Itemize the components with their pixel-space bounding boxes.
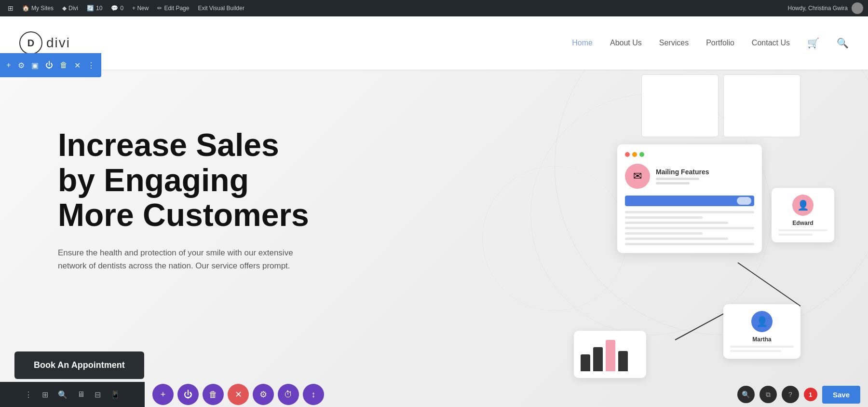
nav-home[interactable]: Home <box>572 39 593 47</box>
hero-heading-line1: Increase Sales <box>58 127 279 163</box>
delete-action-btn[interactable]: 🗑 <box>203 384 224 405</box>
bar-3 <box>606 340 615 371</box>
chart-card <box>574 331 646 378</box>
edward-icon: 👤 <box>797 199 809 211</box>
notification-badge[interactable]: 1 <box>804 388 817 401</box>
add-module-icon[interactable]: + <box>6 61 11 70</box>
settings-module-icon[interactable]: ⚙ <box>18 61 25 70</box>
card-content-lines <box>625 211 754 245</box>
martha-lines <box>730 346 794 352</box>
book-appointment-button[interactable]: Book An Appointment <box>14 351 144 379</box>
edit-page-btn[interactable]: ✏ Edit Page <box>154 5 192 12</box>
close-module-icon[interactable]: ✕ <box>74 61 81 70</box>
martha-icon: 👤 <box>756 316 768 327</box>
comments-icon: 💬 <box>111 5 118 12</box>
edit-page-label: Edit Page <box>164 5 189 12</box>
mailing-line-1 <box>656 178 699 180</box>
nav-about[interactable]: About Us <box>610 39 642 47</box>
my-sites-menu[interactable]: 🏠 My Sites <box>19 5 56 12</box>
edward-lines <box>778 229 827 236</box>
search-icon-save: 🔍 <box>742 391 750 398</box>
cart-icon[interactable]: 🛒 <box>807 37 819 49</box>
wp-icon: ⊞ <box>8 4 14 12</box>
user-card-martha: 👤 Martha <box>723 304 800 359</box>
admin-bar-right: Howdy, Christina Gwira <box>788 2 863 14</box>
power-module-icon[interactable]: ⏻ <box>45 61 53 70</box>
exit-builder-btn[interactable]: Exit Visual Builder <box>195 5 247 12</box>
search-builder-icon[interactable]: 🔍 <box>58 390 68 399</box>
bar-chart <box>581 337 639 371</box>
svg-line-0 <box>738 263 800 306</box>
user-avatar[interactable] <box>852 2 863 14</box>
updates-count: 10 <box>96 5 102 12</box>
add-icon: + <box>161 390 166 400</box>
site-header: D divi Home About Us Services Portfolio … <box>0 16 868 70</box>
search-save-icon[interactable]: 🔍 <box>737 386 755 403</box>
book-appointment-container: Book An Appointment <box>14 351 144 379</box>
content-line-3 <box>625 222 728 224</box>
hero-heading: Increase Sales by Engaging More Customer… <box>58 127 347 233</box>
tablet-view-icon[interactable]: ⊟ <box>95 390 101 399</box>
bar-4 <box>618 351 628 371</box>
logo-text: divi <box>46 35 70 51</box>
more-module-icon[interactable]: ⋮ <box>87 61 95 70</box>
comments-count: 0 <box>120 5 123 12</box>
nav-contact[interactable]: Contact Us <box>752 39 790 47</box>
save-button[interactable]: Save <box>822 386 860 404</box>
mailing-title: Mailing Features <box>656 168 709 176</box>
dot-green <box>639 152 644 157</box>
hero-section: Increase Sales by Engaging More Customer… <box>0 70 868 407</box>
edward-avatar: 👤 <box>792 195 814 216</box>
main-nav: Home About Us Services Portfolio Contact… <box>572 37 849 49</box>
history-action-btn[interactable]: ⏱ <box>278 384 299 405</box>
updates-menu[interactable]: 🔄 10 <box>84 5 105 12</box>
mailing-icon: ✉ <box>633 170 642 182</box>
action-buttons-bar: + ⏻ 🗑 ✕ ⚙ ⏱ ↕ <box>145 382 332 407</box>
divi-label: Divi <box>68 5 78 12</box>
divi-module-toolbar: + ⚙ ▣ ⏻ 🗑 ✕ ⋮ <box>0 53 101 77</box>
close-action-btn[interactable]: ✕ <box>228 384 249 405</box>
layout-module-icon[interactable]: ▣ <box>31 61 39 70</box>
add-action-btn[interactable]: + <box>152 384 174 405</box>
desktop-view-icon[interactable]: 🖥 <box>77 390 85 399</box>
mobile-view-icon[interactable]: 📱 <box>110 390 120 399</box>
power-action-btn[interactable]: ⏻ <box>177 384 199 405</box>
menu-icon[interactable]: ⋮ <box>25 390 32 399</box>
my-sites-label: My Sites <box>31 5 54 12</box>
layers-icon[interactable]: ⧉ <box>760 386 777 403</box>
exit-builder-label: Exit Visual Builder <box>198 5 244 12</box>
nav-portfolio[interactable]: Portfolio <box>706 39 734 47</box>
grid-view-icon[interactable]: ⊞ <box>42 390 48 399</box>
comments-menu[interactable]: 💬 0 <box>108 5 126 12</box>
help-icon-glyph: ? <box>788 391 792 398</box>
search-icon[interactable]: 🔍 <box>837 37 849 49</box>
nav-services[interactable]: Services <box>659 39 689 47</box>
admin-bar: ⊞ 🏠 My Sites ◆ Divi 🔄 10 💬 0 + New ✏ Edi… <box>0 0 868 16</box>
martha-avatar: 👤 <box>751 311 773 332</box>
bar-1 <box>581 354 590 371</box>
trash-module-icon[interactable]: 🗑 <box>60 61 68 70</box>
logo[interactable]: D divi <box>19 31 70 55</box>
hero-heading-line3: More Customers <box>58 197 309 233</box>
hero-heading-line2: by Engaging <box>58 162 249 198</box>
wp-logo[interactable]: ⊞ <box>5 4 16 12</box>
logo-letter: D <box>27 38 34 49</box>
hero-subtext: Ensure the health and protection of your… <box>58 246 299 272</box>
edward-name: Edward <box>778 220 827 226</box>
trash-icon: 🗑 <box>209 390 217 400</box>
arrange-action-btn[interactable]: ↕ <box>303 384 324 405</box>
content-line-5 <box>625 232 703 235</box>
mailing-icon-circle: ✉ <box>625 164 650 189</box>
bar-2 <box>593 347 603 371</box>
arrange-icon: ↕ <box>312 390 316 400</box>
user-card-edward: 👤 Edward <box>772 188 834 242</box>
bottom-builder-toolbar: ⋮ ⊞ 🔍 🖥 ⊟ 📱 <box>0 382 145 407</box>
help-icon[interactable]: ? <box>782 386 799 403</box>
toggle <box>737 197 751 205</box>
divi-menu[interactable]: ◆ Divi <box>59 5 81 12</box>
new-menu[interactable]: + New <box>129 5 151 12</box>
settings-action-btn[interactable]: ⚙ <box>253 384 274 405</box>
content-line-2 <box>625 216 703 219</box>
content-line-6 <box>625 238 728 240</box>
top-box-left <box>641 74 719 137</box>
